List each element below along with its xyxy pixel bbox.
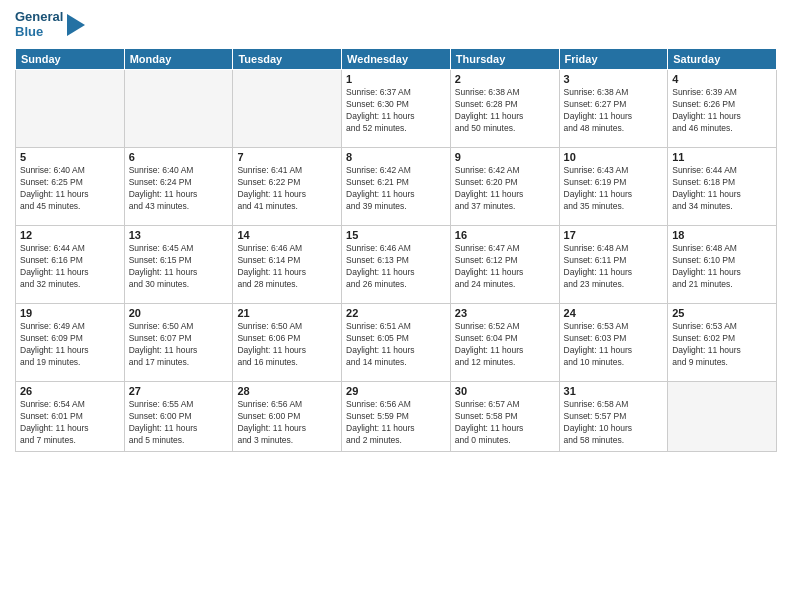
- calendar-cell: 18Sunrise: 6:48 AMSunset: 6:10 PMDayligh…: [668, 225, 777, 303]
- day-number: 25: [672, 307, 772, 319]
- day-info: Sunrise: 6:42 AMSunset: 6:21 PMDaylight:…: [346, 165, 446, 213]
- page: GeneralBlue SundayMondayTuesdayWednesday…: [0, 0, 792, 612]
- calendar-row: 19Sunrise: 6:49 AMSunset: 6:09 PMDayligh…: [16, 303, 777, 381]
- day-number: 11: [672, 151, 772, 163]
- calendar-cell: [233, 69, 342, 147]
- calendar-cell: 10Sunrise: 6:43 AMSunset: 6:19 PMDayligh…: [559, 147, 668, 225]
- calendar-cell: 3Sunrise: 6:38 AMSunset: 6:27 PMDaylight…: [559, 69, 668, 147]
- weekday-header: Thursday: [450, 48, 559, 69]
- day-number: 6: [129, 151, 229, 163]
- day-info: Sunrise: 6:57 AMSunset: 5:58 PMDaylight:…: [455, 399, 555, 447]
- calendar-cell: 19Sunrise: 6:49 AMSunset: 6:09 PMDayligh…: [16, 303, 125, 381]
- calendar: SundayMondayTuesdayWednesdayThursdayFrid…: [15, 48, 777, 452]
- day-number: 23: [455, 307, 555, 319]
- calendar-cell: 14Sunrise: 6:46 AMSunset: 6:14 PMDayligh…: [233, 225, 342, 303]
- day-info: Sunrise: 6:44 AMSunset: 6:18 PMDaylight:…: [672, 165, 772, 213]
- day-number: 14: [237, 229, 337, 241]
- day-info: Sunrise: 6:44 AMSunset: 6:16 PMDaylight:…: [20, 243, 120, 291]
- day-info: Sunrise: 6:53 AMSunset: 6:03 PMDaylight:…: [564, 321, 664, 369]
- day-number: 5: [20, 151, 120, 163]
- calendar-cell: 16Sunrise: 6:47 AMSunset: 6:12 PMDayligh…: [450, 225, 559, 303]
- day-info: Sunrise: 6:48 AMSunset: 6:11 PMDaylight:…: [564, 243, 664, 291]
- calendar-cell: 17Sunrise: 6:48 AMSunset: 6:11 PMDayligh…: [559, 225, 668, 303]
- day-number: 19: [20, 307, 120, 319]
- calendar-cell: [16, 69, 125, 147]
- day-number: 20: [129, 307, 229, 319]
- calendar-cell: 4Sunrise: 6:39 AMSunset: 6:26 PMDaylight…: [668, 69, 777, 147]
- day-number: 8: [346, 151, 446, 163]
- svg-marker-0: [67, 14, 85, 36]
- day-number: 18: [672, 229, 772, 241]
- calendar-cell: 22Sunrise: 6:51 AMSunset: 6:05 PMDayligh…: [342, 303, 451, 381]
- day-info: Sunrise: 6:52 AMSunset: 6:04 PMDaylight:…: [455, 321, 555, 369]
- day-number: 29: [346, 385, 446, 397]
- day-info: Sunrise: 6:38 AMSunset: 6:27 PMDaylight:…: [564, 87, 664, 135]
- calendar-cell: 27Sunrise: 6:55 AMSunset: 6:00 PMDayligh…: [124, 381, 233, 451]
- day-number: 7: [237, 151, 337, 163]
- day-info: Sunrise: 6:47 AMSunset: 6:12 PMDaylight:…: [455, 243, 555, 291]
- day-number: 28: [237, 385, 337, 397]
- calendar-cell: 23Sunrise: 6:52 AMSunset: 6:04 PMDayligh…: [450, 303, 559, 381]
- calendar-cell: 8Sunrise: 6:42 AMSunset: 6:21 PMDaylight…: [342, 147, 451, 225]
- calendar-cell: 31Sunrise: 6:58 AMSunset: 5:57 PMDayligh…: [559, 381, 668, 451]
- calendar-cell: 25Sunrise: 6:53 AMSunset: 6:02 PMDayligh…: [668, 303, 777, 381]
- day-number: 10: [564, 151, 664, 163]
- weekday-header: Monday: [124, 48, 233, 69]
- day-info: Sunrise: 6:53 AMSunset: 6:02 PMDaylight:…: [672, 321, 772, 369]
- calendar-cell: 2Sunrise: 6:38 AMSunset: 6:28 PMDaylight…: [450, 69, 559, 147]
- day-number: 9: [455, 151, 555, 163]
- weekday-header: Sunday: [16, 48, 125, 69]
- weekday-header: Saturday: [668, 48, 777, 69]
- day-info: Sunrise: 6:55 AMSunset: 6:00 PMDaylight:…: [129, 399, 229, 447]
- day-number: 22: [346, 307, 446, 319]
- calendar-cell: [668, 381, 777, 451]
- day-info: Sunrise: 6:42 AMSunset: 6:20 PMDaylight:…: [455, 165, 555, 213]
- day-number: 31: [564, 385, 664, 397]
- calendar-row: 5Sunrise: 6:40 AMSunset: 6:25 PMDaylight…: [16, 147, 777, 225]
- calendar-row: 1Sunrise: 6:37 AMSunset: 6:30 PMDaylight…: [16, 69, 777, 147]
- calendar-row: 26Sunrise: 6:54 AMSunset: 6:01 PMDayligh…: [16, 381, 777, 451]
- day-number: 21: [237, 307, 337, 319]
- calendar-cell: [124, 69, 233, 147]
- calendar-cell: 30Sunrise: 6:57 AMSunset: 5:58 PMDayligh…: [450, 381, 559, 451]
- day-info: Sunrise: 6:54 AMSunset: 6:01 PMDaylight:…: [20, 399, 120, 447]
- logo-arrow-icon: [67, 14, 85, 36]
- logo-text: GeneralBlue: [15, 10, 63, 40]
- day-number: 30: [455, 385, 555, 397]
- day-info: Sunrise: 6:37 AMSunset: 6:30 PMDaylight:…: [346, 87, 446, 135]
- calendar-cell: 11Sunrise: 6:44 AMSunset: 6:18 PMDayligh…: [668, 147, 777, 225]
- day-info: Sunrise: 6:50 AMSunset: 6:07 PMDaylight:…: [129, 321, 229, 369]
- weekday-header-row: SundayMondayTuesdayWednesdayThursdayFrid…: [16, 48, 777, 69]
- day-info: Sunrise: 6:41 AMSunset: 6:22 PMDaylight:…: [237, 165, 337, 213]
- day-info: Sunrise: 6:51 AMSunset: 6:05 PMDaylight:…: [346, 321, 446, 369]
- day-number: 13: [129, 229, 229, 241]
- calendar-cell: 9Sunrise: 6:42 AMSunset: 6:20 PMDaylight…: [450, 147, 559, 225]
- day-number: 17: [564, 229, 664, 241]
- day-info: Sunrise: 6:50 AMSunset: 6:06 PMDaylight:…: [237, 321, 337, 369]
- day-number: 12: [20, 229, 120, 241]
- header: GeneralBlue: [15, 10, 777, 40]
- day-number: 15: [346, 229, 446, 241]
- calendar-cell: 29Sunrise: 6:56 AMSunset: 5:59 PMDayligh…: [342, 381, 451, 451]
- calendar-cell: 26Sunrise: 6:54 AMSunset: 6:01 PMDayligh…: [16, 381, 125, 451]
- day-number: 1: [346, 73, 446, 85]
- day-number: 2: [455, 73, 555, 85]
- day-info: Sunrise: 6:40 AMSunset: 6:25 PMDaylight:…: [20, 165, 120, 213]
- day-info: Sunrise: 6:56 AMSunset: 6:00 PMDaylight:…: [237, 399, 337, 447]
- day-info: Sunrise: 6:43 AMSunset: 6:19 PMDaylight:…: [564, 165, 664, 213]
- day-number: 3: [564, 73, 664, 85]
- logo: GeneralBlue: [15, 10, 85, 40]
- weekday-header: Tuesday: [233, 48, 342, 69]
- calendar-cell: 24Sunrise: 6:53 AMSunset: 6:03 PMDayligh…: [559, 303, 668, 381]
- calendar-cell: 20Sunrise: 6:50 AMSunset: 6:07 PMDayligh…: [124, 303, 233, 381]
- calendar-cell: 13Sunrise: 6:45 AMSunset: 6:15 PMDayligh…: [124, 225, 233, 303]
- calendar-cell: 12Sunrise: 6:44 AMSunset: 6:16 PMDayligh…: [16, 225, 125, 303]
- day-info: Sunrise: 6:58 AMSunset: 5:57 PMDaylight:…: [564, 399, 664, 447]
- day-info: Sunrise: 6:49 AMSunset: 6:09 PMDaylight:…: [20, 321, 120, 369]
- calendar-cell: 7Sunrise: 6:41 AMSunset: 6:22 PMDaylight…: [233, 147, 342, 225]
- day-number: 27: [129, 385, 229, 397]
- calendar-cell: 1Sunrise: 6:37 AMSunset: 6:30 PMDaylight…: [342, 69, 451, 147]
- calendar-cell: 28Sunrise: 6:56 AMSunset: 6:00 PMDayligh…: [233, 381, 342, 451]
- calendar-cell: 21Sunrise: 6:50 AMSunset: 6:06 PMDayligh…: [233, 303, 342, 381]
- calendar-cell: 6Sunrise: 6:40 AMSunset: 6:24 PMDaylight…: [124, 147, 233, 225]
